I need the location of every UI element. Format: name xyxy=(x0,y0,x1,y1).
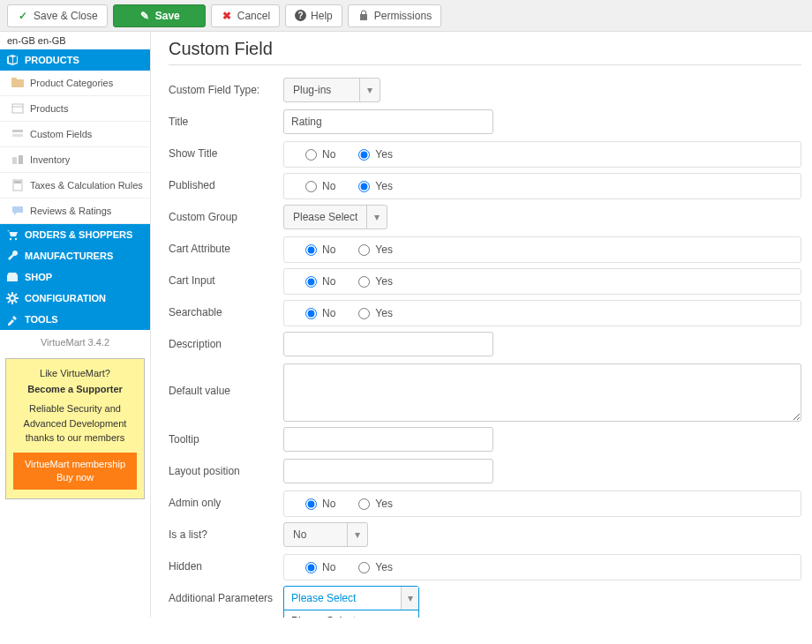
cart-input-no[interactable]: No xyxy=(305,275,335,288)
select-value: Please Select xyxy=(284,206,367,228)
nav-section-tools[interactable]: TOOLS xyxy=(0,309,150,330)
check-icon: ✓ xyxy=(17,10,29,22)
svg-rect-2 xyxy=(12,104,23,113)
nav-label: MANUFACTURERS xyxy=(25,251,113,261)
svg-rect-3 xyxy=(12,130,23,132)
title-input[interactable] xyxy=(283,109,493,134)
nav-item-reviews[interactable]: Reviews & Ratings xyxy=(0,198,150,224)
label-is-list: Is a list? xyxy=(169,522,283,541)
hidden-no[interactable]: No xyxy=(305,561,335,573)
cancel-icon: ✖ xyxy=(221,10,233,22)
nav-item-products[interactable]: Products xyxy=(0,96,150,122)
save-label: Save xyxy=(155,10,180,22)
nav-section-products[interactable]: PRODUCTS xyxy=(0,49,150,71)
nav-item-taxes[interactable]: Taxes & Calculation Rules xyxy=(0,173,150,198)
chevron-down-icon: ▾ xyxy=(348,523,367,546)
svg-rect-8 xyxy=(14,181,21,183)
label-cart-input: Cart Input xyxy=(169,268,283,287)
tools-icon xyxy=(5,312,19,326)
label-cart-attribute: Cart Attribute xyxy=(169,236,283,255)
is-list-select[interactable]: No ▾ xyxy=(283,522,368,547)
help-label: Help xyxy=(311,10,333,22)
save-button[interactable]: ✎ Save xyxy=(113,4,206,27)
chevron-down-icon: ▾ xyxy=(367,206,387,228)
admin-only-no[interactable]: No xyxy=(305,498,335,510)
label-show-title: Show Title xyxy=(169,141,283,160)
searchable-yes[interactable]: Yes xyxy=(358,307,393,319)
additional-parameters-select[interactable]: Please Select ▾ Please Select Virtuemart… xyxy=(283,586,419,610)
cart-attribute-yes[interactable]: Yes xyxy=(358,243,393,256)
nav-label: Custom Fields xyxy=(30,129,92,139)
permissions-button[interactable]: Permissions xyxy=(348,4,441,27)
label-hidden: Hidden xyxy=(169,554,283,573)
published-radio-group: No Yes xyxy=(283,173,801,199)
cart-input-yes[interactable]: Yes xyxy=(358,275,393,288)
save-close-label: Save & Close xyxy=(34,10,98,22)
cancel-button[interactable]: ✖ Cancel xyxy=(211,4,280,27)
version-label: VirtueMart 3.4.2 xyxy=(0,330,150,355)
nav-section-orders[interactable]: ORDERS & SHOPPERS xyxy=(0,224,150,245)
nav-label: Taxes & Calculation Rules xyxy=(30,180,143,191)
hidden-yes[interactable]: Yes xyxy=(358,561,393,573)
page-title: Custom Field xyxy=(169,39,801,65)
label-published: Published xyxy=(169,173,283,191)
description-input[interactable] xyxy=(283,332,493,356)
chevron-down-icon: ▾ xyxy=(360,79,380,101)
help-button[interactable]: ? Help xyxy=(285,4,342,27)
nav-label: ORDERS & SHOPPERS xyxy=(25,229,132,240)
promo-line2: Become a Supporter xyxy=(13,384,137,394)
nav-item-custom-fields[interactable]: Custom Fields xyxy=(0,122,150,147)
lock-icon xyxy=(357,10,370,22)
nav-label: CONFIGURATION xyxy=(25,293,106,303)
nav-products-label: PRODUCTS xyxy=(25,55,79,65)
label-custom-field-type: Custom Field Type: xyxy=(169,78,283,96)
help-icon: ? xyxy=(295,10,306,21)
nav-label: Product Categories xyxy=(30,78,113,88)
nav-section-shop[interactable]: SHOP xyxy=(0,266,150,288)
show-title-no[interactable]: No xyxy=(305,148,335,161)
shop-icon xyxy=(5,270,19,284)
published-yes[interactable]: Yes xyxy=(358,180,393,192)
calculator-icon xyxy=(11,178,25,192)
language-indicator: en-GB en-GB xyxy=(0,32,150,49)
nav-label: Reviews & Ratings xyxy=(30,206,111,216)
default-value-textarea[interactable] xyxy=(283,363,801,422)
custom-group-select[interactable]: Please Select ▾ xyxy=(283,205,387,229)
svg-rect-1 xyxy=(11,78,17,81)
folder-icon xyxy=(11,76,25,90)
select-value: Plug-ins xyxy=(284,79,360,101)
promo-cta-button[interactable]: VirtueMart membership Buy now xyxy=(13,453,137,490)
admin-only-yes[interactable]: Yes xyxy=(358,498,393,510)
save-close-button[interactable]: ✓ Save & Close xyxy=(7,4,108,27)
custom-field-type-select[interactable]: Plug-ins ▾ xyxy=(283,78,380,102)
cart-attribute-no[interactable]: No xyxy=(305,243,335,256)
main-content: Custom Field Custom Field Type: Plug-ins… xyxy=(150,32,812,618)
label-default-value: Default value xyxy=(169,363,283,422)
label-tooltip: Tooltip xyxy=(169,427,283,446)
product-icon xyxy=(11,101,25,116)
searchable-no[interactable]: No xyxy=(305,307,335,319)
label-description: Description xyxy=(169,332,283,350)
svg-rect-5 xyxy=(12,157,17,164)
nav-section-configuration[interactable]: CONFIGURATION xyxy=(0,288,150,309)
nav-item-product-categories[interactable]: Product Categories xyxy=(0,71,150,96)
nav-item-inventory[interactable]: Inventory xyxy=(0,147,150,173)
published-no[interactable]: No xyxy=(305,180,335,192)
inventory-icon xyxy=(11,153,25,167)
label-title: Title xyxy=(169,109,283,128)
show-title-yes[interactable]: Yes xyxy=(358,148,393,161)
hidden-radio-group: No Yes xyxy=(283,554,801,580)
select-value: No xyxy=(284,523,348,546)
layout-position-input[interactable] xyxy=(283,459,493,483)
comment-icon xyxy=(11,204,25,218)
tooltip-input[interactable] xyxy=(283,427,493,452)
admin-only-radio-group: No Yes xyxy=(283,490,801,517)
box-icon xyxy=(5,53,19,67)
dropdown-option-please-select[interactable]: Please Select xyxy=(284,610,418,618)
select-value: Please Select xyxy=(284,587,401,610)
svg-rect-6 xyxy=(19,155,23,164)
gear-icon xyxy=(5,291,19,305)
label-searchable: Searchable xyxy=(169,300,283,318)
nav-section-manufacturers[interactable]: MANUFACTURERS xyxy=(0,245,150,266)
nav-label: TOOLS xyxy=(25,314,58,325)
